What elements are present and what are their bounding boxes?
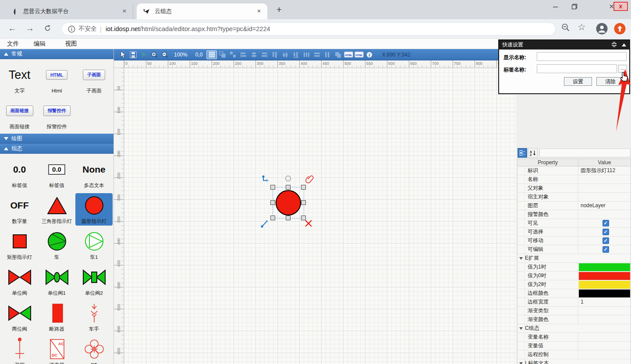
property-row[interactable]: 可见✓ [518,219,631,228]
palette-item[interactable]: 矩形指示灯 [1,229,38,262]
property-row[interactable]: 值为0时 [518,272,631,280]
palette-item[interactable]: 0.0标签值 [38,157,75,190]
palette-item[interactable]: Text文字 [1,63,38,95]
align-middle-icon[interactable] [280,50,291,59]
color-swatch[interactable] [579,263,630,271]
set-button[interactable]: 设置 [564,77,592,86]
reload-icon[interactable] [43,24,52,35]
property-row[interactable]: 边框宽度1 [518,298,631,307]
palette-item[interactable]: 两位阀 [1,301,38,333]
url-omnibox[interactable]: 不安全 | iot.idosp.net /html/scada/editor.a… [61,22,556,35]
palette-item[interactable]: 0.0标签值 [1,157,38,190]
site-info-icon[interactable] [68,25,75,33]
property-value[interactable]: ✓ [578,237,631,245]
palette-item[interactable]: 断路器 [38,301,75,333]
property-filter-field[interactable] [539,148,631,157]
browser-tab-inactive[interactable]: 思普云大数据平台 × [5,4,133,19]
color-swatch[interactable] [579,290,630,297]
property-row[interactable]: 远程控制 [518,350,631,359]
property-row[interactable]: 父对象 [518,184,631,193]
palette-item[interactable]: OFF数字量 [1,193,38,226]
group-icon[interactable] [217,50,227,59]
distribute-h-icon[interactable] [301,50,312,59]
palette-item[interactable]: 泵1 [75,229,113,262]
back-icon[interactable]: ← [8,23,17,33]
property-row[interactable]: 值为2时 [518,280,631,289]
connector-link-icon[interactable] [262,175,270,185]
window-minimize-icon[interactable] [550,3,560,11]
tag-name-input[interactable] [537,64,617,73]
palette-item[interactable]: 子画面子画面 [75,63,113,95]
tab-close-icon[interactable]: × [121,7,128,15]
resize-handle-s[interactable] [286,216,291,220]
property-row[interactable]: 标识圆形指示灯112 [518,166,631,175]
property-value[interactable]: 圆形指示灯112 [578,166,631,175]
clear-button[interactable]: 清除 [596,77,624,86]
palette-section-header[interactable]: 组态 [0,144,113,154]
same-width-icon[interactable] [312,50,322,59]
palette-item[interactable]: PT [75,337,113,364]
palette-item[interactable]: ACDC逆变器 [38,337,75,364]
profile-avatar[interactable] [596,23,608,35]
palette-item[interactable]: 车手 [75,301,113,333]
palette-item[interactable]: 刀闸 [1,337,38,364]
run-icon[interactable] [138,50,149,59]
zoom-in-icon[interactable] [149,50,160,59]
property-value[interactable] [578,350,631,359]
property-value[interactable] [578,193,631,201]
align-bottom-icon[interactable] [291,50,301,59]
property-value[interactable] [578,175,631,184]
export-html2-icon[interactable]: HTML [354,50,364,59]
same-size-icon[interactable] [333,50,343,59]
property-value[interactable] [578,263,631,271]
align-right-icon[interactable] [259,50,269,59]
save-icon[interactable] [128,50,138,59]
forward-icon[interactable]: → [25,23,34,33]
connector-line-icon[interactable] [260,219,269,230]
property-row[interactable]: 报警颜色 [518,210,631,219]
palette-item[interactable]: 单位阀 [1,265,38,297]
palette-section-header[interactable]: 常规 [0,49,113,59]
palette-item[interactable]: 泵 [38,229,75,262]
palette-item[interactable]: 单位阀1 [38,265,75,297]
palette-section-header[interactable]: 绘图 [0,134,113,144]
property-section-row[interactable]: L标签文本 [518,359,631,364]
palette-item[interactable]: 报警控件报警控件 [38,99,75,131]
cursor-icon[interactable] [117,50,128,59]
property-row[interactable]: 宿主对象 [518,193,631,201]
property-row[interactable]: 渐变类型 [518,307,631,315]
property-section-row[interactable]: E扩展 [518,254,631,263]
property-row[interactable]: 图层nodeLayer [518,201,631,210]
property-value[interactable] [578,315,631,324]
browser-tab-active[interactable]: 云组态 × [137,4,267,19]
menu-edit[interactable]: 编辑 [34,40,46,48]
align-center-icon[interactable] [248,50,259,59]
property-value[interactable]: 1 [578,298,631,306]
display-name-input[interactable] [537,52,627,61]
property-row[interactable]: 变量名称 [518,333,631,342]
align-top-icon[interactable] [269,50,280,59]
palette-item[interactable]: 三角形指示灯 [38,193,75,226]
property-value[interactable] [578,307,631,315]
tab-close-icon[interactable]: × [255,7,263,15]
checkbox-checked-icon[interactable]: ✓ [603,220,609,226]
dock-collapse-icon[interactable] [611,42,617,49]
export-html-icon[interactable]: HTML [343,50,354,59]
property-row[interactable]: 值为1时 [518,263,631,272]
info-icon[interactable]: i [364,50,375,59]
property-row[interactable]: 边框颜色 [518,289,631,298]
property-section-row[interactable]: C组态 [518,324,631,333]
tag-browse-more-button[interactable]: ... [618,65,627,73]
alphabetical-sort-icon[interactable]: AZ [528,148,538,158]
grid-toggle-icon[interactable] [206,50,217,59]
property-row[interactable]: 可选择✓ [518,228,631,237]
property-value[interactable] [578,289,631,297]
window-restore-icon[interactable] [570,3,579,11]
zoom-out-icon[interactable] [160,50,170,59]
property-row[interactable]: 变量值 [518,342,631,350]
checkbox-checked-icon[interactable]: ✓ [603,229,609,235]
zoom-out-page-icon[interactable] [561,23,571,32]
palette-item[interactable]: 画面链接画面链接 [1,99,38,131]
resize-handle-w[interactable] [270,200,275,205]
palette-item[interactable]: None多态文本 [75,157,113,190]
